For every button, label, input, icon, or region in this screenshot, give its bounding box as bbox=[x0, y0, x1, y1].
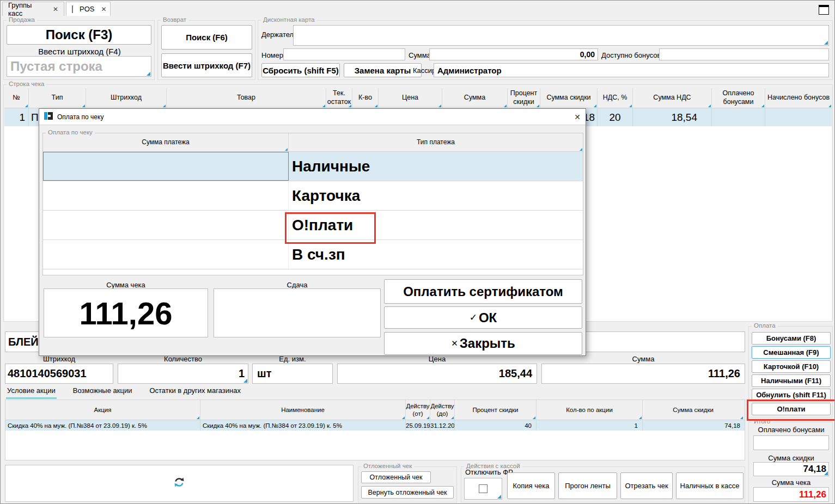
sale-search-button[interactable]: Поиск (F3) bbox=[7, 25, 151, 45]
refund-search-button[interactable]: Поиск (F6) bbox=[161, 25, 252, 50]
sale-group: Продажа Поиск (F3) Ввести штрихкод (F4) … bbox=[3, 20, 155, 80]
totals-group-title: Итого bbox=[752, 418, 772, 425]
cell-num: 1 bbox=[4, 108, 29, 126]
cell-paid-bonus bbox=[712, 108, 765, 126]
tab-close-icon[interactable]: ✕ bbox=[53, 5, 58, 13]
copy-check-button[interactable]: Копия чека bbox=[507, 472, 555, 499]
col-valid-to[interactable]: Действу (до) bbox=[430, 400, 455, 420]
col-payment-sum[interactable]: Сумма платежа bbox=[43, 133, 289, 151]
dialog-sum-field: 111,26 bbox=[44, 288, 208, 337]
col-discount-sum[interactable]: Сумма скидки bbox=[540, 88, 598, 108]
cashier-field: Администратор bbox=[434, 63, 829, 77]
close-button[interactable]: ✕ Закрыть bbox=[384, 332, 582, 355]
col-promo-qty[interactable]: Кол-во по акции bbox=[537, 400, 643, 420]
quantity-field[interactable]: 1 bbox=[118, 364, 248, 384]
holder-field[interactable] bbox=[293, 25, 829, 46]
col-num[interactable]: № bbox=[4, 88, 29, 108]
promo-row[interactable]: Скидка 40% на муж. (П.№384 от 23.09.19) … bbox=[5, 420, 745, 431]
col-stock[interactable]: Тек. остаток bbox=[326, 88, 352, 108]
payment-row-oplati[interactable]: О!плати bbox=[43, 211, 583, 240]
cash-in-register-button[interactable]: Наличных в кассе bbox=[676, 472, 743, 499]
maximize-icon[interactable] bbox=[819, 5, 829, 15]
tab-promo-other-stores[interactable]: Остатки в других магазинах bbox=[148, 385, 242, 399]
bonus-available-label: Доступно бонусов bbox=[601, 51, 661, 59]
pay-reset-button[interactable]: Обнулить (shift F11) bbox=[752, 389, 831, 401]
payment-type-cell: Наличные bbox=[289, 152, 583, 181]
paid-bonus-field bbox=[753, 435, 829, 450]
col-discount-pct[interactable]: Процент скидки bbox=[508, 88, 540, 108]
barcode-field: 4810140569031 bbox=[5, 364, 113, 384]
col-valid-from[interactable]: Действу (от) bbox=[406, 400, 430, 420]
col-accrued-bonus[interactable]: Начислено бонусов bbox=[765, 88, 832, 108]
pay-oplati-button[interactable]: О!плати bbox=[752, 403, 831, 415]
replace-card-button[interactable]: Замена карты bbox=[344, 63, 422, 77]
barcode-label: Штрихкод bbox=[5, 355, 113, 363]
col-qty[interactable]: К-во bbox=[352, 88, 379, 108]
payment-type-cell: В сч.зп bbox=[289, 240, 583, 269]
cut-check-button[interactable]: Отрезать чек bbox=[620, 472, 673, 499]
col-name[interactable]: Наименование bbox=[200, 400, 406, 420]
price-label: Цена bbox=[337, 355, 537, 363]
hold-check-button[interactable]: Отложенный чек bbox=[361, 471, 431, 483]
col-paid-bonus[interactable]: Оплачено бонусами bbox=[712, 88, 765, 108]
payment-row-cash[interactable]: Наличные bbox=[43, 152, 583, 181]
payment-sum-cell[interactable] bbox=[43, 240, 289, 269]
cell-promo: Скидка 40% на муж. (П.№384 от 23.09.19) … bbox=[5, 420, 200, 431]
sale-input[interactable]: Пустая строка bbox=[7, 56, 151, 77]
ok-button[interactable]: ✓ ОК bbox=[384, 306, 582, 329]
promo-table: Акция Наименование Действу (от) Действу … bbox=[5, 399, 745, 460]
tab-promo-possible[interactable]: Возможные акции bbox=[72, 385, 133, 399]
checkbox-icon[interactable] bbox=[479, 484, 487, 493]
deferred-check-title: Отложенный чек bbox=[361, 463, 414, 469]
unit-field: шт bbox=[252, 364, 333, 384]
payment-sum-cell[interactable] bbox=[43, 152, 289, 181]
pay-bonus-button[interactable]: Бонусами (F8) bbox=[752, 332, 831, 345]
receipt-lines-title: Строка чека bbox=[7, 81, 46, 87]
total-sum-label: Сумма чека bbox=[749, 478, 833, 487]
payment-group: Оплата Бонусами (F8) Смешанная (F9) Карт… bbox=[748, 326, 833, 417]
col-barcode[interactable]: Штрихкод bbox=[86, 88, 167, 108]
cash-actions-group: Действия с кассой Отключить ФР Копия чек… bbox=[461, 466, 745, 502]
pay-mixed-button[interactable]: Смешанная (F9) bbox=[752, 346, 831, 359]
card-sum-field[interactable]: 0,00 bbox=[429, 48, 598, 60]
cell-vat: 20 bbox=[598, 108, 633, 126]
col-sum[interactable]: Сумма bbox=[442, 88, 508, 108]
disable-fr-checkbox-field[interactable] bbox=[464, 478, 502, 500]
reset-card-button[interactable]: Сбросить (shift F5) bbox=[261, 63, 340, 77]
total-discount-field: 74,18 bbox=[753, 462, 829, 476]
bonus-available-field[interactable] bbox=[659, 48, 829, 60]
payment-group-title: Оплата bbox=[752, 322, 778, 329]
tab-pos[interactable]: POS ✕ bbox=[66, 2, 111, 16]
col-price[interactable]: Цена bbox=[379, 88, 442, 108]
receipt-table-header: № Тип Штрихкод Товар Тек. остаток К-во Ц… bbox=[4, 88, 832, 108]
number-field[interactable] bbox=[283, 48, 405, 60]
tab-cash-groups[interactable]: Группы касс ✕ bbox=[2, 2, 64, 16]
col-vat-sum[interactable]: Сумма НДС bbox=[633, 88, 712, 108]
col-product[interactable]: Товар bbox=[167, 88, 326, 108]
tape-run-button[interactable]: Прогон ленты bbox=[558, 472, 617, 499]
col-promo-discount-sum[interactable]: Сумма скидки bbox=[643, 400, 743, 420]
col-vat[interactable]: НДС, % bbox=[598, 88, 633, 108]
payment-type-group: Оплата по чеку Сумма платежа Тип платежа… bbox=[42, 133, 583, 275]
payment-row-salary[interactable]: В сч.зп bbox=[43, 240, 583, 269]
return-check-button[interactable]: Вернуть отложенный чек bbox=[361, 486, 454, 499]
payment-sum-cell[interactable] bbox=[43, 181, 289, 210]
card-sum-label: Сумма bbox=[409, 51, 431, 59]
pay-card-button[interactable]: Карточкой (F10) bbox=[752, 360, 831, 373]
refresh-spinner-icon bbox=[173, 476, 185, 490]
col-payment-type[interactable]: Тип платежа bbox=[289, 133, 583, 151]
tab-close-icon[interactable]: ✕ bbox=[101, 5, 106, 13]
col-promo[interactable]: Акция bbox=[5, 400, 200, 420]
col-type[interactable]: Тип bbox=[29, 88, 86, 108]
pay-cash-button[interactable]: Наличными (F11) bbox=[752, 374, 831, 387]
pay-certificate-button[interactable]: Оплатить сертификатом bbox=[384, 279, 582, 304]
document-icon bbox=[72, 5, 73, 13]
payment-row-card[interactable]: Карточка bbox=[43, 181, 583, 211]
refund-barcode-button[interactable]: Ввести штрихкод (F7) bbox=[161, 53, 252, 77]
dialog-title-bar[interactable]: Оплата по чеку ✕ bbox=[39, 109, 586, 125]
payment-sum-cell[interactable] bbox=[43, 211, 289, 239]
dialog-close-icon[interactable]: ✕ bbox=[574, 113, 581, 121]
tab-pos-label: POS bbox=[80, 5, 94, 13]
col-promo-discount-pct[interactable]: Процент скидки bbox=[455, 400, 537, 420]
tab-promo-conditions[interactable]: Условие акции bbox=[6, 385, 57, 399]
